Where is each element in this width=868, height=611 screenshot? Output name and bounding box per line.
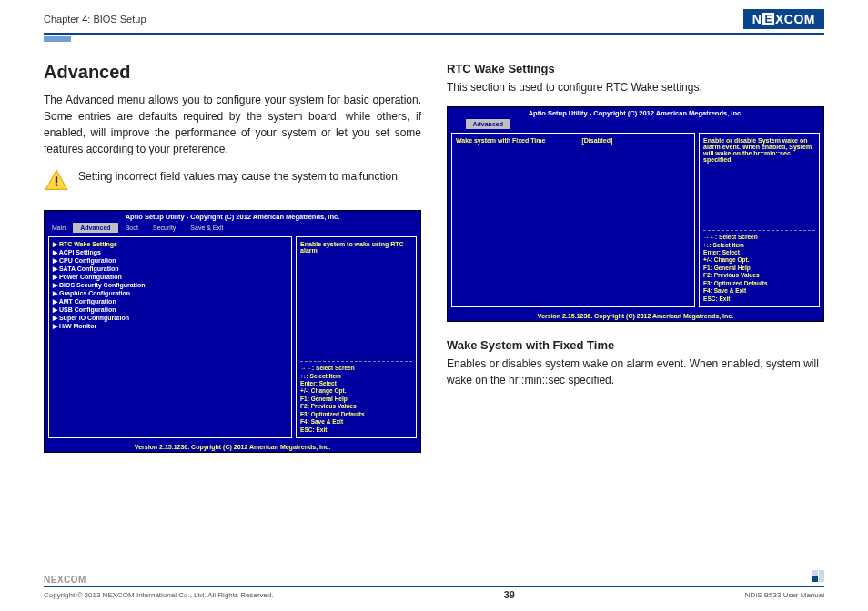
bios-screenshot-rtc: Aptio Setup Utility - Copyright (C) 2012… [447, 106, 824, 322]
bios-version: Version 2.15.1236. Copyright (C) 2012 Am… [45, 442, 420, 452]
menu-bios-sec: ▶ BIOS Security Configuration [53, 282, 288, 289]
bios-tab-main: Main [45, 223, 73, 233]
section-desc-rtc: This section is used to configure RTC Wa… [447, 79, 824, 95]
bios-key-help-rtc: →←: Select Screen ↑↓: Select Item Enter:… [703, 230, 815, 303]
footer-decor-icon [812, 570, 824, 582]
footer-manual: NDiS B533 User Manual [745, 591, 824, 599]
bios-title-rtc: Aptio Setup Utility - Copyright (C) 2012… [448, 107, 823, 119]
nexcom-logo: NEXCOM [743, 9, 824, 29]
bios-screenshot-advanced: Aptio Setup Utility - Copyright (C) 2012… [44, 210, 421, 453]
bios-help-text: Enable system to wake using RTC alarm [300, 241, 412, 361]
bios-help-text-rtc: Enable or disable System wake on alarm e… [703, 137, 815, 230]
bios-help-pane-rtc: Enable or disable System wake on alarm e… [699, 133, 820, 307]
menu-acpi: ▶ ACPI Settings [53, 249, 288, 256]
bios-tab-boot: Boot [118, 223, 146, 233]
bios-title: Aptio Setup Utility - Copyright (C) 2012… [45, 211, 420, 223]
menu-rtc-wake: ▶ RTC Wake Settings [53, 241, 288, 248]
bios-tab-save-exit: Save & Exit [183, 223, 230, 233]
bios-version-rtc: Version 2.15.1236. Copyright (C) 2012 Am… [448, 311, 823, 321]
menu-hw: ▶ H/W Monitor [53, 323, 288, 330]
bios-tabs: Main Advanced Boot Security Save & Exit [45, 223, 420, 233]
setting-label: Wake system with Fixed Time [456, 137, 545, 144]
chapter-title: Chapter 4: BIOS Setup [44, 14, 146, 25]
menu-cpu: ▶ CPU Configuration [53, 257, 288, 265]
setting-value: [Disabled] [581, 137, 612, 144]
sub-desc-wake: Enables or disables system wake on alarm… [447, 356, 824, 388]
page-title: Advanced [44, 62, 421, 83]
footer-logo: NEXCOM [44, 575, 824, 585]
warning-icon [44, 168, 69, 194]
footer-copyright: Copyright © 2013 NEXCOM International Co… [44, 591, 274, 599]
bios-help-pane: Enable system to wake using RTC alarm →←… [296, 236, 417, 438]
menu-superio: ▶ Super IO Configuration [53, 315, 288, 322]
menu-usb: ▶ USB Configuration [53, 306, 288, 314]
sub-title-wake: Wake System with Fixed Time [447, 338, 824, 352]
menu-graphics: ▶ Graphics Configuration [53, 290, 288, 297]
bios-key-help: →←: Select Screen ↑↓: Select Item Enter:… [300, 361, 412, 434]
warning-text: Setting incorrect field values may cause… [78, 168, 400, 185]
header-rule [44, 33, 824, 35]
intro-text: The Advanced menu allows you to configur… [44, 92, 421, 157]
menu-amt: ▶ AMT Configuration [53, 298, 288, 306]
bios-tabs-rtc: x Advanced [448, 119, 823, 129]
section-title-rtc: RTC Wake Settings [447, 62, 824, 75]
menu-sata: ▶ SATA Configuration [53, 265, 288, 273]
bios-tab-advanced: Advanced [73, 223, 117, 233]
svg-rect-0 [56, 176, 57, 183]
page-number: 39 [504, 589, 515, 600]
footer-rule [44, 586, 824, 587]
bios-setting-pane: Wake system with Fixed Time [Disabled] [451, 133, 695, 307]
bios-tab-security: Security [146, 223, 183, 233]
svg-rect-1 [56, 185, 57, 186]
bios-tab-advanced-rtc: Advanced [466, 119, 510, 129]
menu-power: ▶ Power Configuration [53, 274, 288, 281]
bios-menu-pane: ▶ RTC Wake Settings ▶ ACPI Settings ▶ CP… [48, 236, 292, 438]
